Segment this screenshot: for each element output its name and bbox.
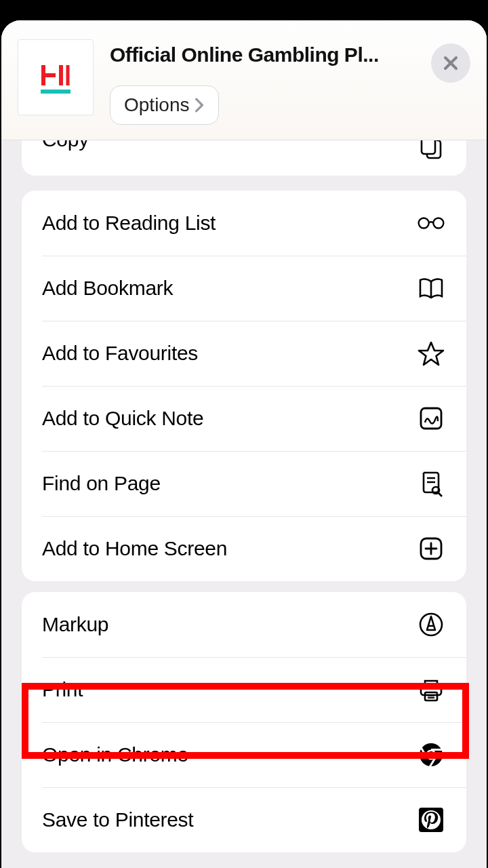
action-group: Add to Reading List Add Bookmark [22, 191, 466, 581]
svg-rect-1 [422, 140, 435, 154]
site-icon [18, 39, 94, 115]
action-label: Open in Chrome [42, 743, 188, 766]
action-label: Find on Page [42, 472, 161, 495]
action-pinterest[interactable]: Save to Pinterest [22, 787, 466, 852]
star-icon [416, 338, 446, 368]
action-label: Add to Quick Note [42, 407, 203, 430]
page-title: Official Online Gambling Pl... [110, 43, 470, 66]
chrome-icon [416, 740, 446, 770]
action-group: Copy [22, 140, 466, 176]
action-label: Add Bookmark [42, 277, 173, 300]
action-label: Add to Home Screen [42, 537, 227, 560]
markup-icon [416, 610, 446, 639]
share-sheet: Official Online Gambling Pl... Options C… [1, 20, 487, 868]
action-label: Add to Favourites [42, 342, 198, 365]
options-label: Options [124, 94, 190, 116]
close-button[interactable] [431, 43, 470, 83]
svg-rect-9 [425, 692, 437, 701]
action-label: Add to Reading List [42, 212, 216, 235]
action-label: Copy [42, 140, 89, 151]
action-label: Save to Pinterest [42, 808, 193, 831]
action-find[interactable]: Find on Page [22, 451, 466, 516]
plus-square-icon [416, 534, 446, 564]
action-markup[interactable]: Markup [22, 592, 466, 657]
glasses-icon [416, 208, 446, 238]
action-print[interactable]: Print [22, 657, 466, 722]
svg-rect-8 [421, 686, 441, 695]
action-label: Markup [42, 613, 108, 636]
options-button[interactable]: Options [110, 85, 219, 125]
svg-point-12 [428, 751, 434, 758]
header-text: Official Online Gambling Pl... Options [110, 39, 470, 125]
svg-point-3 [433, 218, 443, 229]
action-chrome[interactable]: Open in Chrome [22, 722, 466, 787]
svg-point-14 [422, 810, 441, 829]
action-label: Print [42, 678, 83, 701]
close-icon [443, 55, 459, 71]
actions-scroll[interactable]: Copy Add to Reading List [1, 140, 487, 868]
quicknote-icon [416, 403, 446, 433]
action-group: Markup Print [22, 592, 466, 852]
chevron-right-icon [194, 98, 205, 113]
copy-icon [416, 140, 446, 162]
sheet-header: Official Online Gambling Pl... Options [1, 20, 487, 140]
svg-rect-0 [41, 90, 70, 94]
action-quick-note[interactable]: Add to Quick Note [22, 386, 466, 451]
pinterest-icon [416, 805, 446, 835]
action-home-screen[interactable]: Add to Home Screen [22, 516, 466, 581]
site-logo-icon [35, 57, 76, 98]
action-reading-list[interactable]: Add to Reading List [22, 191, 466, 256]
svg-point-2 [419, 218, 429, 229]
action-favourites[interactable]: Add to Favourites [22, 321, 466, 386]
printer-icon [416, 675, 446, 705]
action-bookmark[interactable]: Add Bookmark [22, 256, 466, 321]
doc-search-icon [416, 469, 446, 498]
book-icon [416, 273, 446, 303]
action-copy[interactable]: Copy [22, 140, 466, 176]
